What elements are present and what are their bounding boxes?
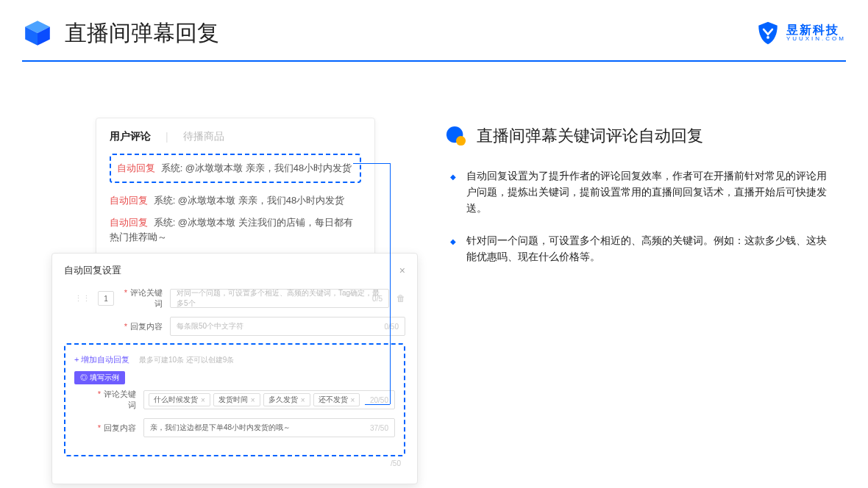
close-icon[interactable]: × xyxy=(399,265,405,276)
keyword-tag[interactable]: 发货时间 xyxy=(213,393,260,406)
example-box: + 增加自动回复 最多可建10条 还可以创建9条 ◎ 填写示例 评论关键词 什么… xyxy=(64,343,405,456)
reply-placeholder: 每条限50个中文字符 xyxy=(177,321,243,331)
example-kw-counter: 20/50 xyxy=(370,396,388,404)
tab-user-comments[interactable]: 用户评论 xyxy=(110,130,151,143)
settings-row-reply: 回复内容 每条限50个中文字符 0/50 xyxy=(64,317,405,336)
tab-pending-goods[interactable]: 待播商品 xyxy=(183,130,224,143)
chat-bubble-icon xyxy=(446,126,466,146)
example-reply-counter: 37/50 xyxy=(370,424,388,432)
keyword-tag[interactable]: 什么时候发货 xyxy=(149,393,210,406)
keyword-label: 评论关键词 xyxy=(121,287,163,309)
section-title: 直播间弹幕关键词评论自动回复 xyxy=(477,125,703,147)
auto-reply-tag: 自动回复 xyxy=(110,217,148,228)
page-header: 直播间弹幕回复 昱新科技 YUUXIN.COM xyxy=(22,18,846,49)
add-autoreply-link[interactable]: + 增加自动回复 xyxy=(74,355,129,364)
auto-reply-tag: 自动回复 xyxy=(117,162,155,173)
title-underline xyxy=(22,60,846,62)
order-number: 1 xyxy=(98,291,114,306)
reply-input[interactable]: 每条限50个中文字符 0/50 xyxy=(170,317,405,336)
keyword-tag[interactable]: 还不发货 xyxy=(313,393,360,406)
comment-item: 自动回复 系统: @冰墩墩本墩 关注我们的店铺，每日都有热门推荐呦～ xyxy=(110,215,361,245)
add-autoreply-tip: 最多可建10条 还可以创建9条 xyxy=(139,356,234,364)
section-header: 直播间弹幕关键词评论自动回复 xyxy=(446,125,836,147)
delete-icon[interactable]: 🗑 xyxy=(396,293,405,304)
settings-row-keywords: ⋮⋮ 1 评论关键词 对同一个问题，可设置多个相近、高频的关键词，Tag确定，最… xyxy=(64,287,405,309)
comment-text: 系统: @冰墩墩本墩 亲亲，我们48小时内发货 xyxy=(154,195,345,206)
svg-point-3 xyxy=(766,36,769,39)
connector-line xyxy=(390,163,391,404)
right-column: 直播间弹幕关键词评论自动回复 自动回复设置为了提升作者的评论回复效率，作者可在开… xyxy=(446,125,836,281)
header-left: 直播间弹幕回复 xyxy=(22,18,219,49)
example-badge: ◎ 填写示例 xyxy=(74,371,125,384)
reply-label: 回复内容 xyxy=(121,321,163,332)
svg-point-5 xyxy=(456,136,466,146)
example-reply-text: 亲，我们这边都是下单48小时内发货的哦～ xyxy=(150,423,291,433)
auto-reply-tag: 自动回复 xyxy=(110,195,148,206)
autoreply-settings-card: 自动回复设置 × ⋮⋮ 1 评论关键词 对同一个问题，可设置多个相近、高频的关键… xyxy=(51,253,418,484)
connector-line xyxy=(365,404,390,405)
brand-block: 昱新科技 YUUXIN.COM xyxy=(755,21,846,46)
page-title: 直播间弹幕回复 xyxy=(65,18,219,49)
keyword-placeholder: 对同一个问题，可设置多个相近、高频的关键词，Tag确定，最多5个 xyxy=(177,288,383,309)
example-row-keywords: 评论关键词 什么时候发货 发货时间 多久发货 还不发货 20/50 xyxy=(74,389,395,411)
comment-item: 自动回复 系统: @冰墩墩本墩 亲亲，我们48小时内发货 xyxy=(110,193,361,208)
connector-line xyxy=(353,163,390,164)
bullet-item: 自动回复设置为了提升作者的评论回复效率，作者可在开播前针对常见的评论用户问题，提… xyxy=(466,168,836,216)
example-reply-input[interactable]: 亲，我们这边都是下单48小时内发货的哦～ 37/50 xyxy=(143,418,395,437)
settings-title: 自动回复设置 xyxy=(64,264,121,277)
brand-name: 昱新科技 xyxy=(786,24,846,36)
brand-url: YUUXIN.COM xyxy=(786,36,846,42)
comments-tabs: 用户评论 | 待播商品 xyxy=(110,130,361,143)
drag-handle-icon[interactable]: ⋮⋮ xyxy=(74,294,90,304)
example-keyword-tagbox[interactable]: 什么时候发货 发货时间 多久发货 还不发货 20/50 xyxy=(143,390,395,409)
keyword-tag[interactable]: 多久发货 xyxy=(263,393,310,406)
bullet-item: 针对同一个问题，可设置多个相近的、高频的关键词。例如：这款多少钱、这块能优惠吗、… xyxy=(466,232,836,265)
comment-highlighted: 自动回复 系统: @冰墩墩本墩 亲亲，我们48小时内发货 xyxy=(110,154,361,183)
cube-icon xyxy=(22,18,53,49)
bullet-list: 自动回复设置为了提升作者的评论回复效率，作者可在开播前针对常见的评论用户问题，提… xyxy=(446,168,836,265)
comments-card: 用户评论 | 待播商品 自动回复 系统: @冰墩墩本墩 亲亲，我们48小时内发货… xyxy=(96,118,375,270)
tab-separator: | xyxy=(166,131,168,143)
brand-shield-icon xyxy=(755,21,780,46)
example-reply-label: 回复内容 xyxy=(95,423,136,434)
keyword-counter: 0/5 xyxy=(372,295,383,303)
example-keyword-label: 评论关键词 xyxy=(95,389,136,411)
outer-counter: /50 xyxy=(391,459,401,467)
example-row-reply: 回复内容 亲，我们这边都是下单48小时内发货的哦～ 37/50 xyxy=(74,418,395,437)
comment-text: 系统: @冰墩墩本墩 亲亲，我们48小时内发货 xyxy=(161,162,352,173)
keyword-input[interactable]: 对同一个问题，可设置多个相近、高频的关键词，Tag确定，最多5个 0/5 xyxy=(170,289,389,308)
reply-counter: 0/50 xyxy=(385,323,399,331)
